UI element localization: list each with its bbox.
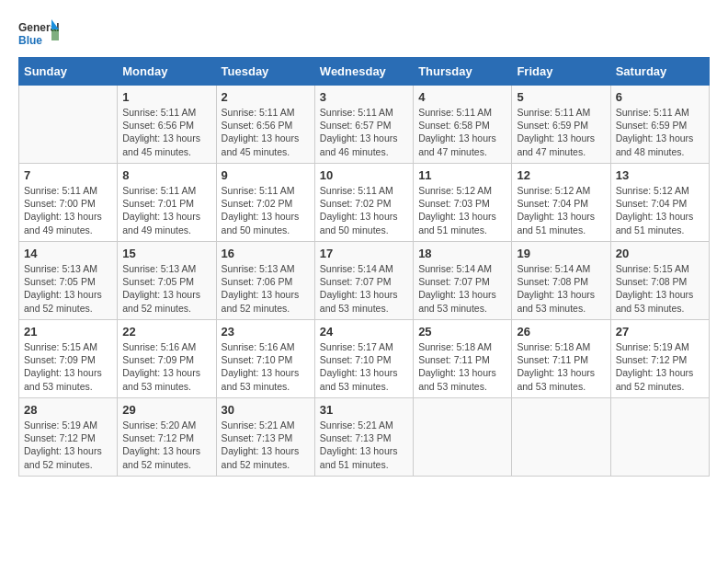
calendar-cell: 30Sunrise: 5:21 AM Sunset: 7:13 PM Dayli… — [216, 398, 314, 477]
day-info: Sunrise: 5:11 AM Sunset: 7:02 PM Dayligh… — [320, 184, 408, 236]
day-number: 31 — [320, 403, 408, 417]
day-info: Sunrise: 5:11 AM Sunset: 6:56 PM Dayligh… — [122, 106, 210, 158]
calendar-week-2: 7Sunrise: 5:11 AM Sunset: 7:00 PM Daylig… — [19, 164, 710, 242]
calendar-cell — [610, 398, 709, 477]
calendar-cell: 17Sunrise: 5:14 AM Sunset: 7:07 PM Dayli… — [314, 242, 413, 320]
calendar-cell — [512, 398, 610, 477]
day-info: Sunrise: 5:12 AM Sunset: 7:04 PM Dayligh… — [517, 184, 605, 236]
day-info: Sunrise: 5:21 AM Sunset: 7:13 PM Dayligh… — [320, 419, 408, 471]
day-number: 14 — [24, 247, 112, 260]
day-number: 24 — [320, 325, 408, 339]
day-number: 6 — [616, 90, 704, 104]
calendar-cell: 2Sunrise: 5:11 AM Sunset: 6:56 PM Daylig… — [216, 86, 314, 164]
calendar-cell: 19Sunrise: 5:14 AM Sunset: 7:08 PM Dayli… — [512, 242, 610, 320]
calendar-cell: 1Sunrise: 5:11 AM Sunset: 6:56 PM Daylig… — [118, 86, 216, 164]
page-header: General Blue — [18, 18, 710, 48]
calendar-week-5: 28Sunrise: 5:19 AM Sunset: 7:12 PM Dayli… — [19, 398, 710, 477]
day-number: 21 — [24, 325, 112, 339]
calendar-cell: 21Sunrise: 5:15 AM Sunset: 7:09 PM Dayli… — [19, 320, 118, 398]
day-info: Sunrise: 5:15 AM Sunset: 7:09 PM Dayligh… — [24, 340, 112, 393]
weekday-header-sunday: Sunday — [19, 58, 118, 86]
day-number: 15 — [122, 247, 210, 260]
calendar-cell: 6Sunrise: 5:11 AM Sunset: 6:59 PM Daylig… — [610, 86, 709, 164]
day-info: Sunrise: 5:11 AM Sunset: 7:01 PM Dayligh… — [122, 184, 210, 236]
calendar-week-3: 14Sunrise: 5:13 AM Sunset: 7:05 PM Dayli… — [19, 242, 710, 320]
day-number: 5 — [517, 90, 605, 104]
day-info: Sunrise: 5:11 AM Sunset: 6:59 PM Dayligh… — [517, 106, 605, 158]
calendar-cell: 5Sunrise: 5:11 AM Sunset: 6:59 PM Daylig… — [512, 86, 610, 164]
day-info: Sunrise: 5:19 AM Sunset: 7:12 PM Dayligh… — [24, 419, 112, 471]
day-info: Sunrise: 5:19 AM Sunset: 7:12 PM Dayligh… — [616, 340, 704, 393]
day-info: Sunrise: 5:11 AM Sunset: 6:58 PM Dayligh… — [418, 106, 506, 158]
day-info: Sunrise: 5:11 AM Sunset: 7:00 PM Dayligh… — [24, 184, 112, 236]
calendar-cell: 3Sunrise: 5:11 AM Sunset: 6:57 PM Daylig… — [314, 86, 413, 164]
calendar-cell: 8Sunrise: 5:11 AM Sunset: 7:01 PM Daylig… — [118, 164, 216, 242]
weekday-header-saturday: Saturday — [610, 58, 709, 86]
day-number: 23 — [222, 325, 310, 339]
day-info: Sunrise: 5:13 AM Sunset: 7:05 PM Dayligh… — [24, 262, 112, 315]
calendar-cell: 4Sunrise: 5:11 AM Sunset: 6:58 PM Daylig… — [414, 86, 512, 164]
calendar-header: SundayMondayTuesdayWednesdayThursdayFrid… — [19, 58, 710, 86]
day-number: 7 — [24, 168, 112, 182]
weekday-header-friday: Friday — [512, 58, 610, 86]
day-number: 27 — [616, 325, 704, 339]
weekday-header-wednesday: Wednesday — [314, 58, 413, 86]
day-number: 18 — [418, 247, 506, 260]
day-number: 22 — [122, 325, 210, 339]
day-number: 25 — [418, 325, 506, 339]
calendar-cell: 31Sunrise: 5:21 AM Sunset: 7:13 PM Dayli… — [314, 398, 413, 477]
calendar-cell: 24Sunrise: 5:17 AM Sunset: 7:10 PM Dayli… — [314, 320, 413, 398]
calendar-cell: 20Sunrise: 5:15 AM Sunset: 7:08 PM Dayli… — [610, 242, 709, 320]
day-info: Sunrise: 5:18 AM Sunset: 7:11 PM Dayligh… — [517, 340, 605, 393]
day-number: 28 — [24, 403, 112, 417]
day-info: Sunrise: 5:17 AM Sunset: 7:10 PM Dayligh… — [320, 340, 408, 393]
day-number: 26 — [517, 325, 605, 339]
day-number: 16 — [222, 247, 310, 260]
svg-text:Blue: Blue — [18, 34, 42, 47]
day-number: 30 — [222, 403, 310, 417]
calendar-table: SundayMondayTuesdayWednesdayThursdayFrid… — [18, 57, 710, 477]
calendar-cell: 22Sunrise: 5:16 AM Sunset: 7:09 PM Dayli… — [118, 320, 216, 398]
calendar-cell: 28Sunrise: 5:19 AM Sunset: 7:12 PM Dayli… — [19, 398, 118, 477]
calendar-cell: 18Sunrise: 5:14 AM Sunset: 7:07 PM Dayli… — [414, 242, 512, 320]
day-number: 4 — [418, 90, 506, 104]
day-info: Sunrise: 5:14 AM Sunset: 7:07 PM Dayligh… — [320, 262, 408, 315]
day-info: Sunrise: 5:12 AM Sunset: 7:03 PM Dayligh… — [418, 184, 506, 236]
calendar-cell: 29Sunrise: 5:20 AM Sunset: 7:12 PM Dayli… — [118, 398, 216, 477]
day-info: Sunrise: 5:18 AM Sunset: 7:11 PM Dayligh… — [418, 340, 506, 393]
day-number: 8 — [122, 168, 210, 182]
day-number: 17 — [320, 247, 408, 260]
svg-marker-3 — [51, 29, 59, 40]
calendar-cell: 13Sunrise: 5:12 AM Sunset: 7:04 PM Dayli… — [610, 164, 709, 242]
logo-svg: General Blue — [18, 18, 59, 48]
calendar-cell: 23Sunrise: 5:16 AM Sunset: 7:10 PM Dayli… — [216, 320, 314, 398]
calendar-cell: 14Sunrise: 5:13 AM Sunset: 7:05 PM Dayli… — [19, 242, 118, 320]
day-number: 13 — [616, 168, 704, 182]
calendar-cell: 15Sunrise: 5:13 AM Sunset: 7:05 PM Dayli… — [118, 242, 216, 320]
day-info: Sunrise: 5:16 AM Sunset: 7:09 PM Dayligh… — [122, 340, 210, 393]
day-info: Sunrise: 5:11 AM Sunset: 7:02 PM Dayligh… — [222, 184, 310, 236]
day-number: 9 — [222, 168, 310, 182]
day-number: 11 — [418, 168, 506, 182]
weekday-row: SundayMondayTuesdayWednesdayThursdayFrid… — [19, 58, 710, 86]
day-number: 20 — [616, 247, 704, 260]
day-number: 12 — [517, 168, 605, 182]
calendar-cell: 26Sunrise: 5:18 AM Sunset: 7:11 PM Dayli… — [512, 320, 610, 398]
calendar-cell: 16Sunrise: 5:13 AM Sunset: 7:06 PM Dayli… — [216, 242, 314, 320]
calendar-cell — [414, 398, 512, 477]
calendar-cell: 27Sunrise: 5:19 AM Sunset: 7:12 PM Dayli… — [610, 320, 709, 398]
calendar-week-1: 1Sunrise: 5:11 AM Sunset: 6:56 PM Daylig… — [19, 86, 710, 164]
day-number: 19 — [517, 247, 605, 260]
day-info: Sunrise: 5:13 AM Sunset: 7:05 PM Dayligh… — [122, 262, 210, 315]
day-info: Sunrise: 5:15 AM Sunset: 7:08 PM Dayligh… — [616, 262, 704, 315]
calendar-cell: 7Sunrise: 5:11 AM Sunset: 7:00 PM Daylig… — [19, 164, 118, 242]
weekday-header-tuesday: Tuesday — [216, 58, 314, 86]
day-info: Sunrise: 5:11 AM Sunset: 6:57 PM Dayligh… — [320, 106, 408, 158]
weekday-header-monday: Monday — [118, 58, 216, 86]
calendar-body: 1Sunrise: 5:11 AM Sunset: 6:56 PM Daylig… — [19, 86, 710, 477]
day-info: Sunrise: 5:14 AM Sunset: 7:08 PM Dayligh… — [517, 262, 605, 315]
calendar-cell: 9Sunrise: 5:11 AM Sunset: 7:02 PM Daylig… — [216, 164, 314, 242]
logo: General Blue — [18, 18, 59, 48]
day-info: Sunrise: 5:11 AM Sunset: 6:56 PM Dayligh… — [222, 106, 310, 158]
day-info: Sunrise: 5:16 AM Sunset: 7:10 PM Dayligh… — [222, 340, 310, 393]
